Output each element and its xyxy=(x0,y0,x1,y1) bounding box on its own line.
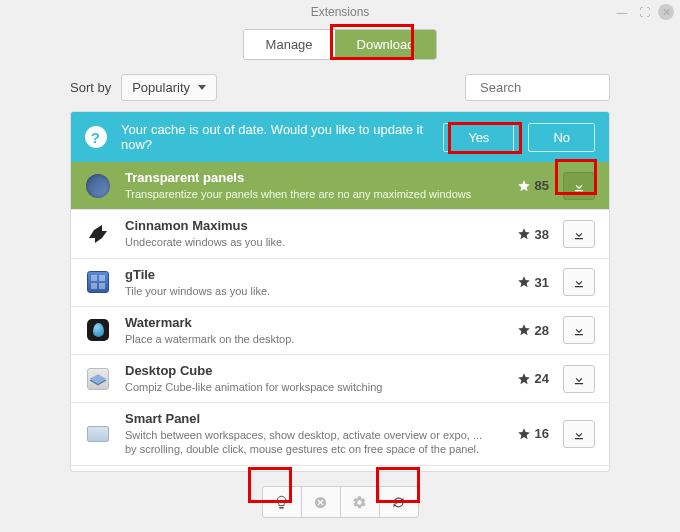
banner-no-button[interactable]: No xyxy=(528,123,595,152)
extension-row[interactable]: gTileTile your windows as you like.31 xyxy=(71,258,609,306)
maximize-button[interactable]: ⛶ xyxy=(636,4,652,20)
tab-manage[interactable]: Manage xyxy=(244,30,335,59)
extension-title: Smart Panel xyxy=(125,411,487,428)
extension-desc: Undecorate windows as you like. xyxy=(125,235,487,249)
refresh-icon xyxy=(391,495,406,510)
star-count: 16 xyxy=(501,426,549,441)
extension-body: Cinnamon MaximusUndecorate windows as yo… xyxy=(125,218,487,249)
extension-body: WatermarkPlace a watermark on the deskto… xyxy=(125,315,487,346)
help-icon: ? xyxy=(80,122,111,153)
extension-icon xyxy=(85,269,111,295)
extension-row[interactable]: Desktop CubeCompiz Cube-like animation f… xyxy=(71,354,609,402)
download-button[interactable] xyxy=(563,365,595,393)
star-count: 28 xyxy=(501,323,549,338)
extension-title: Cinnamon Maximus xyxy=(125,218,487,235)
search-input-container[interactable] xyxy=(465,74,610,101)
extension-title: Transparent panels xyxy=(125,170,487,187)
bottom-toolbar xyxy=(0,472,680,532)
banner-yes-button[interactable]: Yes xyxy=(443,123,514,152)
extension-row[interactable]: Transparent panelsTransparentize your pa… xyxy=(71,162,609,209)
search-input[interactable] xyxy=(480,80,648,95)
extension-row[interactable]: SliderYet another nice transition effect… xyxy=(71,465,609,472)
tab-group: Manage Download xyxy=(243,29,438,60)
extension-title: Desktop Cube xyxy=(125,363,487,380)
extension-desc: Compiz Cube-like animation for workspace… xyxy=(125,380,487,394)
extension-body: Transparent panelsTransparentize your pa… xyxy=(125,170,487,201)
sort-value: Popularity xyxy=(132,80,190,95)
remove-icon xyxy=(313,495,328,510)
lightbulb-icon xyxy=(274,495,289,510)
cache-banner: ? Your cache is out of date. Would you l… xyxy=(71,112,609,162)
window-title: Extensions xyxy=(311,5,370,19)
star-count: 31 xyxy=(501,275,549,290)
extension-row[interactable]: Cinnamon MaximusUndecorate windows as yo… xyxy=(71,209,609,257)
extension-icon xyxy=(85,221,111,247)
extension-icon xyxy=(85,173,111,199)
settings-button[interactable] xyxy=(340,486,380,518)
extension-list: ? Your cache is out of date. Would you l… xyxy=(70,111,610,472)
remove-button[interactable] xyxy=(301,486,341,518)
extension-icon xyxy=(85,421,111,447)
gear-icon xyxy=(352,495,367,510)
tab-bar: Manage Download xyxy=(0,23,680,74)
banner-text: Your cache is out of date. Would you lik… xyxy=(121,122,429,152)
info-button[interactable] xyxy=(262,486,302,518)
window-controls: — ⛶ ✕ xyxy=(614,4,674,20)
refresh-button[interactable] xyxy=(379,486,419,518)
extension-row[interactable]: Smart PanelSwitch between workspaces, sh… xyxy=(71,402,609,464)
star-count: 85 xyxy=(501,178,549,193)
extension-icon xyxy=(85,366,111,392)
sort-dropdown[interactable]: Popularity xyxy=(121,74,217,101)
download-button[interactable] xyxy=(563,220,595,248)
extensions-window: Extensions — ⛶ ✕ Manage Download Sort by… xyxy=(0,0,680,532)
extension-body: Desktop CubeCompiz Cube-like animation f… xyxy=(125,363,487,394)
extension-body: gTileTile your windows as you like. xyxy=(125,267,487,298)
download-button[interactable] xyxy=(563,316,595,344)
tab-download[interactable]: Download xyxy=(335,30,437,59)
extension-desc: Place a watermark on the desktop. xyxy=(125,332,487,346)
star-count: 24 xyxy=(501,371,549,386)
extension-title: gTile xyxy=(125,267,487,284)
extension-title: Watermark xyxy=(125,315,487,332)
extension-desc: Transparentize your panels when there ar… xyxy=(125,187,487,201)
star-count: 38 xyxy=(501,227,549,242)
extension-body: Smart PanelSwitch between workspaces, sh… xyxy=(125,411,487,456)
extension-icon xyxy=(85,317,111,343)
toolbar: Sort by Popularity xyxy=(0,74,680,111)
close-button[interactable]: ✕ xyxy=(658,4,674,20)
chevron-down-icon xyxy=(198,85,206,90)
minimize-button[interactable]: — xyxy=(614,4,630,20)
download-button[interactable] xyxy=(563,420,595,448)
extension-desc: Switch between workspaces, show desktop,… xyxy=(125,428,487,457)
sort-label: Sort by xyxy=(70,80,111,95)
extension-desc: Tile your windows as you like. xyxy=(125,284,487,298)
download-button[interactable] xyxy=(563,172,595,200)
titlebar: Extensions — ⛶ ✕ xyxy=(0,0,680,23)
extension-row[interactable]: WatermarkPlace a watermark on the deskto… xyxy=(71,306,609,354)
download-button[interactable] xyxy=(563,268,595,296)
